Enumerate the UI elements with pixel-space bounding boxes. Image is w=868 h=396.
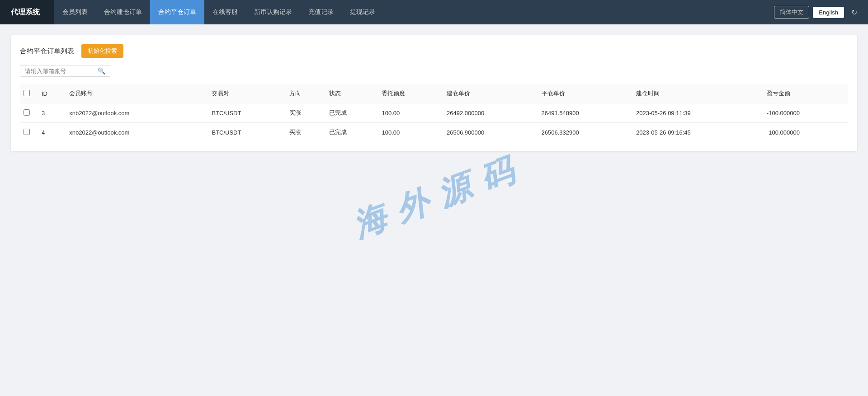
cell-account: xnb2022@outlook.com xyxy=(66,103,208,123)
header-right: 简体中文 English ↻ xyxy=(767,6,868,19)
row-checkbox-cell xyxy=(20,103,38,123)
nav-item-withdraw[interactable]: 提现记录 xyxy=(342,0,383,24)
table-row: 3 xnb2022@outlook.com BTC/USDT 买涨 已完成 10… xyxy=(20,103,848,123)
cell-id: 3 xyxy=(38,103,66,123)
orders-table: ID 会员账号 交易对 方向 状态 委托额度 建仓单价 平仓单价 建仓时间 盈亏… xyxy=(20,84,848,142)
cell-direction: 买涨 xyxy=(286,103,326,123)
cell-id: 4 xyxy=(38,123,66,142)
nav-item-contract-open[interactable]: 合约建仓订单 xyxy=(96,0,150,24)
cell-open-price: 26492.000000 xyxy=(443,103,538,123)
select-all-checkbox[interactable] xyxy=(24,90,30,96)
cell-account: xnb2022@outlook.com xyxy=(66,123,208,142)
col-close-price: 平仓单价 xyxy=(538,84,632,103)
init-search-button[interactable]: 初始化搜索 xyxy=(81,44,123,58)
cell-amount: 100.00 xyxy=(378,123,443,142)
page-header: 合约平仓订单列表 初始化搜索 xyxy=(20,44,848,58)
app-logo: 代理系统 xyxy=(0,0,54,24)
cell-open-price: 26506.900000 xyxy=(443,123,538,142)
col-amount: 委托额度 xyxy=(378,84,443,103)
refresh-button[interactable]: ↻ xyxy=(848,6,861,19)
lang-cn-button[interactable]: 简体中文 xyxy=(774,6,809,19)
cell-open-time: 2023-05-26 09:16:45 xyxy=(632,123,763,142)
table-header-row: ID 会员账号 交易对 方向 状态 委托额度 建仓单价 平仓单价 建仓时间 盈亏… xyxy=(20,84,848,103)
cell-status: 已完成 xyxy=(326,123,378,142)
row-checkbox-0[interactable] xyxy=(24,109,30,116)
cell-profit: -100.000000 xyxy=(763,103,848,123)
col-direction: 方向 xyxy=(286,84,326,103)
nav-item-new-coin[interactable]: 新币认购记录 xyxy=(246,0,300,24)
cell-amount: 100.00 xyxy=(378,103,443,123)
cell-direction: 买涨 xyxy=(286,123,326,142)
col-id: ID xyxy=(38,84,66,103)
header: 代理系统 会员列表 合约建仓订单 合约平仓订单 在线客服 新币认购记录 充值记录… xyxy=(0,0,868,24)
nav-item-online-service[interactable]: 在线客服 xyxy=(204,0,246,24)
cell-pair: BTC/USDT xyxy=(208,103,285,123)
nav-item-contract-close[interactable]: 合约平仓订单 xyxy=(150,0,204,24)
search-bar: 🔍 xyxy=(20,65,848,77)
main-nav: 会员列表 合约建仓订单 合约平仓订单 在线客服 新币认购记录 充值记录 提现记录 xyxy=(54,0,767,24)
cell-close-price: 26491.548900 xyxy=(538,103,632,123)
main-content: 合约平仓订单列表 初始化搜索 🔍 ID 会员账号 交易对 方向 xyxy=(0,24,868,396)
col-account: 会员账号 xyxy=(66,84,208,103)
cell-close-price: 26506.332900 xyxy=(538,123,632,142)
table-row: 4 xnb2022@outlook.com BTC/USDT 买涨 已完成 10… xyxy=(20,123,848,142)
lang-en-button[interactable]: English xyxy=(813,7,844,18)
col-open-price: 建仓单价 xyxy=(443,84,538,103)
nav-item-member-list[interactable]: 会员列表 xyxy=(54,0,96,24)
cell-profit: -100.000000 xyxy=(763,123,848,142)
cell-status: 已完成 xyxy=(326,103,378,123)
col-status: 状态 xyxy=(326,84,378,103)
search-input-wrapper: 🔍 xyxy=(20,65,110,77)
row-checkbox-1[interactable] xyxy=(24,129,30,135)
nav-item-recharge[interactable]: 充值记录 xyxy=(300,0,342,24)
row-checkbox-cell xyxy=(20,123,38,142)
cell-pair: BTC/USDT xyxy=(208,123,285,142)
page-card: 合约平仓订单列表 初始化搜索 🔍 ID 会员账号 交易对 方向 xyxy=(11,35,857,151)
col-open-time: 建仓时间 xyxy=(632,84,763,103)
cell-open-time: 2023-05-26 09:11:39 xyxy=(632,103,763,123)
page-title: 合约平仓订单列表 xyxy=(20,47,74,56)
search-input[interactable] xyxy=(25,68,98,75)
search-icon[interactable]: 🔍 xyxy=(98,67,105,75)
header-checkbox-cell xyxy=(20,84,38,103)
col-profit: 盈亏金额 xyxy=(763,84,848,103)
col-pair: 交易对 xyxy=(208,84,285,103)
